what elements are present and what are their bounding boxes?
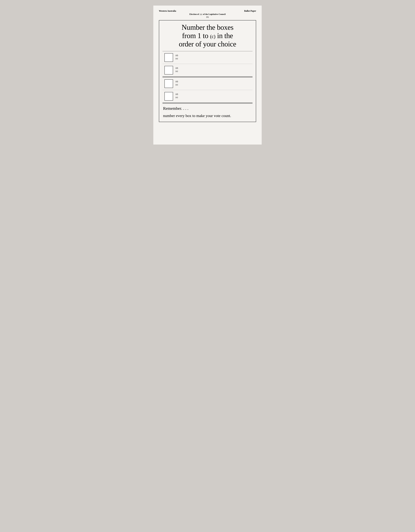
candidate-d-3: (d) <box>175 80 178 83</box>
candidate-e-3: (e) <box>175 83 178 86</box>
instruction-heading: Number the boxes from 1 to (c) in the or… <box>163 23 252 48</box>
instruction-line2-suffix: in the <box>217 32 233 40</box>
candidate-info-1: (d) (e) <box>175 53 178 60</box>
remember-section: Remember. . . . number every box to make… <box>163 106 252 118</box>
page-header: Western Australia Ballot Paper <box>159 10 256 12</box>
region-label: Western Australia <box>159 10 176 12</box>
instruction-line2-prefix: from 1 to <box>182 32 208 40</box>
instruction-line1: Number the boxes <box>182 23 233 31</box>
candidate-e-1: (e) <box>175 57 178 60</box>
candidate-checkbox-4[interactable] <box>165 92 173 101</box>
candidate-row: (d) (e) <box>163 77 252 90</box>
candidate-row: (d) (e) <box>163 90 252 103</box>
candidate-info-3: (d) (e) <box>175 79 178 86</box>
candidate-row: (d) (e) <box>163 64 252 76</box>
ballot-box: Number the boxes from 1 to (c) in the or… <box>159 20 256 122</box>
candidate-d-4: (d) <box>175 93 178 96</box>
candidate-row: (d) (e) <box>163 51 252 64</box>
section-divider-top <box>163 76 252 77</box>
election-a-placeholder: (a) <box>200 13 202 15</box>
document-type-label: Ballot Paper <box>244 10 256 12</box>
candidate-checkbox-3[interactable] <box>165 79 173 88</box>
candidates-section: (d) (e) (d) (e) <box>163 51 252 104</box>
election-line-a: Election of (a) of the Legislative Counc… <box>159 13 256 15</box>
instruction-line3: order of your choice <box>179 40 236 48</box>
election-of-label: Election of <box>189 13 199 15</box>
bottom-divider-2 <box>163 103 252 104</box>
bottom-divider-1 <box>163 103 252 103</box>
remember-text: number every box to make your vote count… <box>163 113 252 118</box>
candidate-d-2: (d) <box>175 66 178 70</box>
candidate-e-4: (e) <box>175 96 178 99</box>
candidate-info-4: (d) (e) <box>175 92 178 99</box>
candidate-checkbox-2[interactable] <box>165 66 173 75</box>
lower-candidates-group: (d) (e) (d) (e) <box>163 77 252 103</box>
candidate-info-2: (d) (e) <box>175 66 178 73</box>
election-b-placeholder: (b) <box>206 16 209 18</box>
candidate-e-2: (e) <box>175 70 178 73</box>
remember-title: Remember. . . . <box>163 106 252 111</box>
ballot-page: Western Australia Ballot Paper Election … <box>153 6 262 144</box>
candidate-d-1: (d) <box>175 54 178 57</box>
legislative-council-label: of the Legislative Council <box>203 13 226 15</box>
instruction-line2-c: (c) <box>210 34 215 39</box>
election-line-b: (b) <box>159 16 256 18</box>
upper-candidates-group: (d) (e) (d) (e) <box>163 51 252 76</box>
candidate-checkbox-1[interactable] <box>165 53 173 62</box>
